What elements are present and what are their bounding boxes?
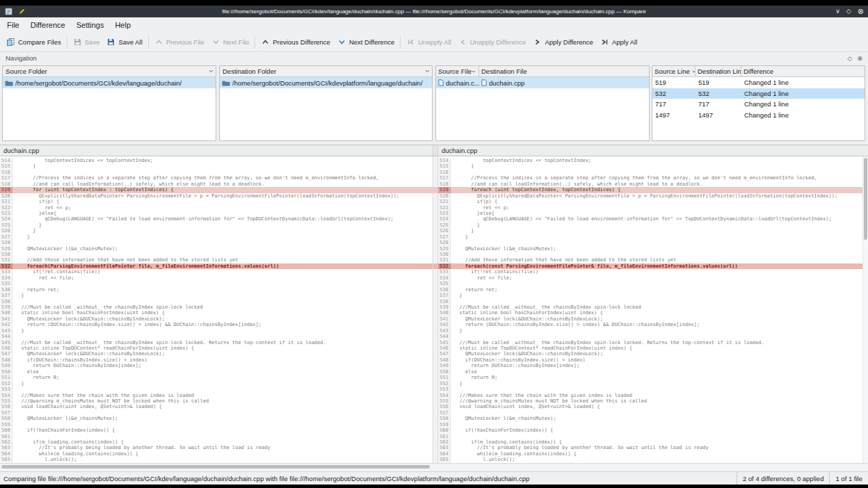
source-folder-item[interactable]: /home/sergobot/Documents/GCI/kdev/langua… — [3, 77, 216, 88]
code-text — [13, 422, 15, 428]
code-line-right-520: 520 QExplicitlySharedDataPointer< Parsin… — [438, 193, 862, 199]
code-line-left-565: 565 l.unlock(); — [0, 457, 433, 462]
code-line-right-532[interactable]: 532 foreach(const ParsingEnvironmentFile… — [438, 263, 862, 269]
line-number: 514 — [0, 158, 13, 163]
horizontal-scrollbar[interactable] — [0, 463, 868, 471]
line-number: 542 — [0, 322, 13, 327]
save-all-button[interactable]: Save All — [103, 35, 145, 49]
code-text: QMutexLocker lock(&DUChain::chainsByInde… — [451, 316, 603, 322]
vertical-scrollbar-thumb[interactable] — [864, 158, 867, 240]
line-number: 543 — [438, 328, 451, 334]
line-number: 558 — [0, 416, 13, 421]
code-text: topContextIndices << topContextIndex; — [13, 158, 153, 163]
code-text — [13, 299, 15, 304]
float-dock-icon[interactable]: ◇ — [848, 55, 853, 62]
destination-folder-item[interactable]: /home/sergobot/Documents/GCI/kdevplatfor… — [220, 77, 432, 88]
code-line-right-529: 529 QMutexLocker l(&m_chainsMutex); — [438, 246, 862, 252]
toolbar-separator — [148, 36, 149, 49]
source-line-column-header[interactable]: Source Line — [652, 66, 696, 76]
diff-view: duchain.cpp duchain.cpp 514 topContextIn… — [0, 145, 868, 469]
line-number: 523 — [438, 211, 451, 216]
code-text — [451, 252, 453, 257]
menu-difference[interactable]: Difference — [25, 17, 71, 33]
diff-pane-left: 514 topContextIndices << topContextIndex… — [0, 156, 433, 463]
code-text — [451, 299, 453, 304]
difference-row-532[interactable]: 532 532 Changed 1 line — [652, 88, 865, 99]
line-number: 520 — [438, 193, 451, 199]
chevron-down-icon — [337, 38, 346, 47]
titlebar[interactable]: file:///home/sergobot/Documents/GCI/kdev… — [0, 6, 868, 17]
difference-row-717[interactable]: 717 717 Changed 1 line — [652, 99, 865, 110]
code-line-right-516: 516 — [438, 170, 862, 175]
line-number: 560 — [0, 428, 13, 433]
close-dock-icon[interactable]: ⊗ — [857, 55, 862, 62]
line-number: 560 — [438, 428, 451, 433]
code-line-right-554: 554 ///Makes sure that the chain with th… — [438, 393, 862, 398]
menu-settings[interactable]: Settings — [71, 17, 110, 33]
destination-line-value: 717 — [696, 100, 741, 108]
source-folder-combo[interactable]: Source Folder — [3, 66, 216, 77]
difference-row-1497[interactable]: 1497 1497 Changed 1 line — [652, 110, 865, 121]
line-number: 517 — [438, 175, 451, 181]
line-number: 531 — [438, 257, 451, 263]
code-text: } — [13, 293, 24, 298]
line-number: 530 — [438, 252, 451, 257]
code-line-left-526: 526 } — [0, 228, 433, 234]
vertical-scrollbar[interactable] — [862, 156, 868, 463]
code-line-left-533: 533 if(!ret.contains(file)) — [0, 269, 433, 275]
line-number: 532 — [0, 263, 13, 269]
code-text: foreach(const ParsingEnvironmentFilePoin… — [451, 263, 738, 269]
code-text: //Add those information that have not be… — [13, 257, 238, 263]
next-difference-button[interactable]: Next Difference — [334, 35, 398, 49]
save-button[interactable]: Save — [70, 35, 104, 49]
previous-difference-button[interactable]: Previous Difference — [257, 35, 334, 49]
menu-help[interactable]: Help — [109, 17, 136, 33]
code-line-right-546: 546 static inline TopDUContext* readChai… — [438, 345, 862, 351]
save-all-icon — [106, 38, 115, 47]
line-number: 561 — [438, 434, 451, 439]
horizontal-scrollbar-thumb[interactable] — [1, 465, 430, 469]
difference-column-header[interactable]: Difference — [741, 66, 865, 76]
line-number: 533 — [0, 269, 13, 275]
chevron-down-icon — [425, 70, 432, 73]
unapply-difference-button[interactable]: Unapply Difference — [455, 35, 530, 49]
source-file-column-header[interactable]: Source File — [436, 66, 479, 76]
previous-file-button[interactable]: Previous File — [151, 35, 208, 49]
code-text: ///Must be called _without_ the chainsBy… — [451, 340, 764, 345]
code-line-left-530: 530 — [0, 252, 433, 257]
code-line-left-546: 546 static inline TopDUContext* readChai… — [0, 345, 433, 351]
differences-status: 2 of 4 differences, 0 applied — [737, 472, 830, 485]
code-line-left-519[interactable]: 519 for (uint topContextIndex : topConte… — [0, 187, 433, 193]
code-line-left-514: 514 topContextIndices << topContextIndex… — [0, 158, 433, 163]
close-window-icon[interactable]: ⊗ — [858, 6, 864, 17]
pane-header-gap — [433, 145, 438, 156]
difference-row-519[interactable]: 519 519 Changed 1 line — [652, 77, 865, 88]
code-line-left-532[interactable]: 532 foreach(ParsingEnvironmentFilePointe… — [0, 263, 433, 269]
code-line-right-538: 538 — [438, 299, 862, 304]
next-file-button[interactable]: Next File — [208, 35, 252, 49]
compare-files-button[interactable]: Compare Files — [3, 35, 65, 49]
source-line-value: 1497 — [652, 111, 696, 119]
destination-line-column-header[interactable]: Destination Lin — [696, 66, 741, 76]
code-text: qCDebug(LANGUAGE) << "Failed to load env… — [451, 216, 832, 222]
apply-all-button[interactable]: Apply All — [597, 35, 641, 49]
line-number: 521 — [438, 199, 451, 204]
line-number: 527 — [438, 234, 451, 240]
unapply-all-button[interactable]: Unapply All — [403, 35, 455, 49]
difference-label: Changed 1 line — [741, 111, 865, 119]
line-number: 540 — [438, 310, 451, 316]
navigation-dock-titlebar[interactable]: Navigation ◇ ⊗ — [0, 52, 868, 64]
destination-folder-combo[interactable]: Destination Folder — [220, 66, 432, 77]
code-text: return 0; — [451, 375, 497, 380]
source-line-value: 519 — [652, 79, 696, 86]
code-line-right-519[interactable]: 519 foreach (uint topContextIndex, topCo… — [438, 187, 862, 193]
file-pair-row[interactable]: duchain.c... duchain.cpp — [436, 77, 649, 88]
destination-file-column-header[interactable]: Destination File — [479, 66, 649, 76]
apply-difference-button[interactable]: Apply Difference — [529, 35, 597, 49]
maximize-window-icon[interactable]: ◇ — [846, 6, 851, 17]
menu-file[interactable]: File — [1, 17, 25, 33]
source-file-name: duchain.c... — [446, 79, 479, 87]
code-text: if(m_loading.contains(index)) { — [451, 439, 562, 445]
shade-window-icon[interactable]: ∨ — [835, 6, 840, 17]
code-text: void loadChain(uint index, QSet<uint>& l… — [451, 404, 600, 409]
